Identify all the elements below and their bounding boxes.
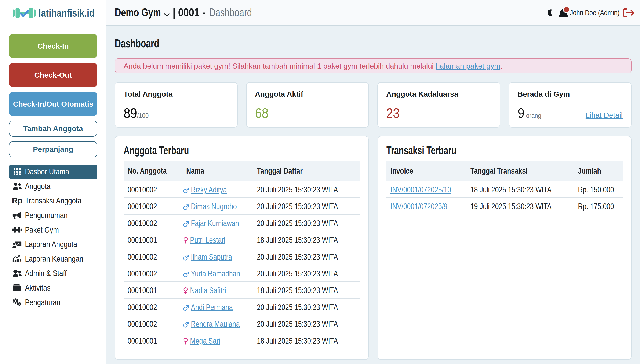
svg-text:$: $ [19,258,21,262]
